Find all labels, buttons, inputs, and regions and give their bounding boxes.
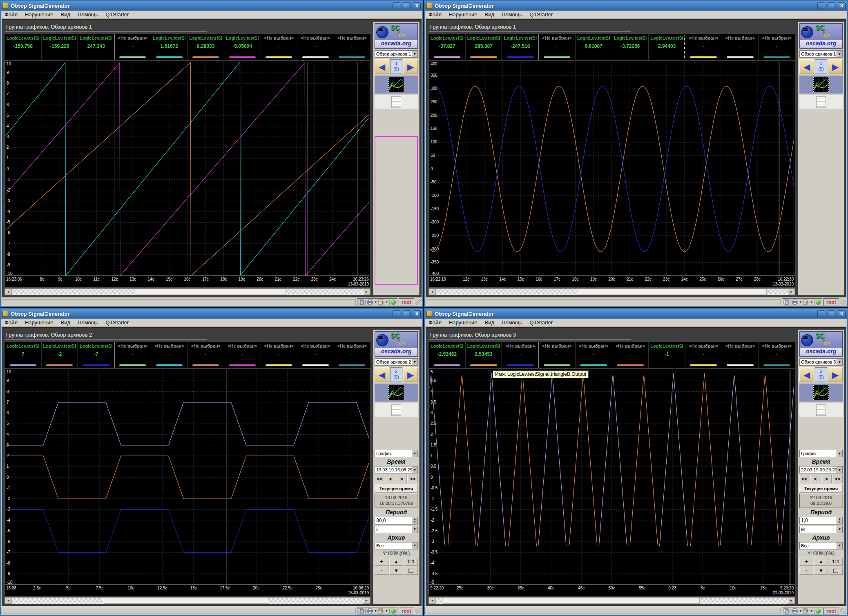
step-fast-back-button[interactable]: << <box>375 475 385 483</box>
trend-chart[interactable]: 109876543210-1-2-3-4-5-6-7-8-9-1016:082.… <box>4 369 370 596</box>
view-mode-select[interactable]: График ▼ <box>375 450 418 457</box>
chevron-down-icon[interactable]: ▼ <box>412 51 417 57</box>
signal-column[interactable]: LogicLev.testSi9.61087 <box>575 34 612 60</box>
close-button[interactable]: X <box>413 310 421 317</box>
trend-view-thumbnail[interactable] <box>375 76 418 94</box>
document-copy-icon[interactable] <box>783 608 789 614</box>
chevron-down-icon[interactable]: ▼ <box>799 609 802 612</box>
close-button[interactable]: X <box>413 2 421 9</box>
scroll-right-button[interactable]: ► <box>363 289 370 295</box>
close-button[interactable]: X <box>838 310 846 317</box>
period-unit-select[interactable]: c ▼ <box>375 526 418 533</box>
signal-column[interactable]: <Не выбран>· <box>114 342 151 368</box>
signal-column[interactable]: <Не выбран>· <box>114 34 151 60</box>
trend-view-thumbnail[interactable] <box>375 384 418 402</box>
trend-chart[interactable]: 54.543.532.521.510.50-0.5-1-1.5-2-2.5-3-… <box>428 369 795 596</box>
chevron-down-icon[interactable]: ▼ <box>374 301 377 304</box>
signal-column[interactable]: <Не выбран>· <box>575 342 612 368</box>
horizontal-scrollbar[interactable]: ◄ ► <box>4 288 370 295</box>
menu-item[interactable]: QTStarter <box>102 319 132 326</box>
signal-column[interactable]: LogicLev.testSi-2.53462 <box>429 342 465 368</box>
signal-column[interactable]: LogicLev.testSi-2 <box>41 342 78 368</box>
menu-item[interactable]: Вид <box>481 11 498 18</box>
horizontal-scrollbar[interactable]: ◄ ► <box>4 597 370 604</box>
titlebar[interactable]: Обзор SignalGenerator _ □ X <box>1 309 422 319</box>
step-fast-forward-button[interactable]: >> <box>832 475 843 483</box>
chevron-down-icon[interactable]: ▼ <box>837 542 842 549</box>
pan-down-button[interactable]: ▼ <box>814 567 828 575</box>
menu-item[interactable]: Вид <box>481 319 498 326</box>
step-fast-forward-button[interactable]: >> <box>407 475 418 483</box>
signal-column[interactable]: <Не выбран>· <box>151 342 187 368</box>
trend-view-thumbnail[interactable] <box>799 76 843 94</box>
menu-item[interactable]: Помощь <box>498 11 526 18</box>
scroll-right-button[interactable]: ► <box>788 289 795 295</box>
spin-down-icon[interactable]: ▼ <box>837 520 842 524</box>
step-fast-back-button[interactable]: << <box>799 475 810 483</box>
minimize-button[interactable]: _ <box>817 2 825 9</box>
menu-item[interactable]: Файл <box>425 11 445 18</box>
printer-icon[interactable] <box>367 299 373 305</box>
step-back-button[interactable]: < <box>386 475 396 483</box>
printer-icon[interactable] <box>792 608 798 614</box>
chevron-down-icon[interactable]: ▼ <box>810 609 813 612</box>
trend-chart[interactable]: 400350300250200150100500-50-100-150-200-… <box>428 61 795 288</box>
period-spinbox[interactable]: 30,0 ▲ ▼ <box>375 517 418 524</box>
signal-column[interactable]: LogicLev.testSi-7 <box>78 342 114 368</box>
maximize-button[interactable]: □ <box>828 310 835 317</box>
scroll-left-button[interactable]: ◄ <box>429 598 436 604</box>
scroll-left-button[interactable]: ◄ <box>5 289 12 295</box>
prev-group-button[interactable]: ◀ <box>799 367 814 382</box>
signal-column[interactable]: <Не выбран>· <box>538 342 575 368</box>
scrollbar-track[interactable] <box>436 289 788 295</box>
period-spinbox[interactable]: 1,0 ▲ ▼ <box>799 517 843 524</box>
chevron-down-icon[interactable]: ▼ <box>385 301 388 304</box>
zoom-out-button[interactable]: - <box>375 567 388 575</box>
signal-column[interactable]: <Не выбран>· <box>297 342 334 368</box>
horizontal-scrollbar[interactable]: ◄ ► <box>428 597 795 604</box>
pan-up-button[interactable]: ▲ <box>389 558 403 566</box>
menu-item[interactable]: Помощь <box>74 11 102 18</box>
signal-column[interactable]: <Не выбран>· <box>297 34 334 60</box>
maximize-button[interactable]: □ <box>828 2 835 9</box>
signal-column[interactable]: <Не выбран>· <box>685 342 722 368</box>
close-button[interactable]: X <box>838 2 846 9</box>
zoom-reset-button[interactable]: 1:1 <box>404 558 418 566</box>
signal-column[interactable]: <Не выбран>· <box>187 342 224 368</box>
signal-column[interactable]: LogicLev.testSi8.28333 <box>187 34 224 60</box>
export-doc-icon[interactable] <box>378 608 384 614</box>
current-time-button[interactable]: Текущее время <box>375 484 418 493</box>
view-mode-select[interactable]: График ▼ <box>799 450 843 457</box>
chevron-down-icon[interactable]: ▼ <box>412 466 417 473</box>
document-view-thumbnail[interactable] <box>799 95 843 109</box>
signal-column[interactable]: LogicLev.testSi-159.226 <box>41 34 78 60</box>
menu-item[interactable]: Нарушение <box>445 319 481 326</box>
resize-grip[interactable] <box>415 299 422 305</box>
titlebar[interactable]: Обзор SignalGenerator _ □ X <box>425 309 847 319</box>
maximize-button[interactable]: □ <box>403 310 411 317</box>
signal-column[interactable]: LogicLev.testSi-37.827 <box>429 34 465 60</box>
menu-item[interactable]: Файл <box>1 319 21 326</box>
horizontal-scrollbar[interactable]: ◄ ► <box>428 288 795 295</box>
scrollbar-track[interactable] <box>12 598 363 604</box>
document-copy-icon[interactable] <box>359 299 364 305</box>
signal-column[interactable]: <Не выбран>· <box>758 342 795 368</box>
signal-column[interactable]: LogicLev.testSi1.61672 <box>151 34 187 60</box>
titlebar[interactable]: Обзор SignalGenerator _ □ X <box>1 1 422 11</box>
zoom-box-button[interactable] <box>829 567 843 575</box>
signal-column[interactable]: <Не выбран>· <box>685 34 722 60</box>
trend-view-thumbnail[interactable] <box>799 384 843 402</box>
scrollbar-thumb[interactable] <box>443 598 700 604</box>
chevron-down-icon[interactable]: ▼ <box>837 51 842 57</box>
next-group-button[interactable]: ▶ <box>828 367 843 382</box>
signal-column[interactable]: <Не выбран>· <box>261 34 297 60</box>
signal-column[interactable]: <Не выбран>· <box>261 342 297 368</box>
resize-grip[interactable] <box>840 608 846 614</box>
spin-up-icon[interactable]: ▲ <box>412 517 417 521</box>
chevron-down-icon[interactable]: ▼ <box>837 359 842 365</box>
datetime-select[interactable]: 13.03.19 16:08:29 ▼ <box>375 466 418 473</box>
menu-item[interactable]: Помощь <box>74 319 102 326</box>
menu-item[interactable]: Файл <box>1 11 21 18</box>
next-group-button[interactable]: ▶ <box>403 367 418 382</box>
signal-column[interactable]: LogicLev.testSi7 <box>5 342 41 368</box>
